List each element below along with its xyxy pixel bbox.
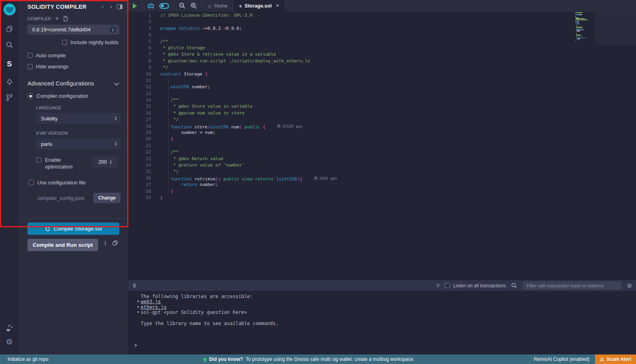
code-line[interactable]: 12 uint256 number;	[128, 84, 636, 90]
copilot-toggle[interactable]	[159, 3, 169, 9]
code-line[interactable]: 20 }	[128, 136, 636, 142]
select-arrows-icon: ▴▾	[115, 141, 116, 146]
code-line[interactable]: 23 * @dev Return value	[128, 156, 636, 162]
open-file-icon[interactable]	[63, 16, 68, 21]
close-tab-icon[interactable]: ✕	[275, 3, 279, 8]
code-line[interactable]: 10contract Storage {	[128, 71, 636, 77]
code-line[interactable]: 28 }	[128, 188, 636, 195]
copilot-robot-icon[interactable]	[147, 2, 155, 9]
add-compiler-icon[interactable]: +	[55, 17, 59, 21]
line-number: 11	[128, 77, 151, 84]
filter-transactions-input[interactable]	[523, 281, 621, 290]
stepper-arrows-icon[interactable]: ▴▾	[110, 160, 112, 165]
terminal-hint: Type the library name to see available c…	[134, 321, 636, 326]
settings-gear-icon[interactable]: ⚙	[0, 334, 19, 350]
did-you-know-tip: Did you know? To prototype using the Gno…	[204, 356, 415, 362]
run-script-button[interactable]	[128, 0, 142, 12]
line-number: 13	[128, 91, 151, 97]
tab-storage-sol[interactable]: ◆ Storage.sol ✕	[233, 0, 285, 12]
optimization-runs-input[interactable]: 200 ▴▾	[93, 157, 117, 167]
warning-icon: ⚠	[600, 356, 604, 362]
code-line[interactable]: 5/**	[128, 39, 636, 45]
enable-optimization-checkbox[interactable]	[36, 157, 41, 163]
file-explorer-icon[interactable]	[0, 21, 19, 37]
tip-text: To prototype using the Gnosis safe multi…	[246, 356, 414, 362]
search-icon[interactable]	[0, 37, 19, 53]
code-line[interactable]: 1// SPDX-License-Identifier: GPL-3.0	[128, 12, 636, 19]
pin-panel-icon[interactable]	[117, 4, 122, 9]
code-line[interactable]: 17 */	[128, 116, 636, 123]
evm-version-value: paris	[41, 141, 115, 147]
language-select[interactable]: Solidity ▴▾	[36, 113, 120, 124]
minimap-slider[interactable]	[595, 12, 636, 45]
compiler-config-radio[interactable]	[27, 93, 33, 99]
info-icon[interactable]: i	[104, 240, 107, 246]
line-number: 28	[128, 188, 151, 195]
code-line[interactable]: 24 * @return value of 'number'	[128, 162, 636, 168]
block-icon[interactable]: ⊘	[627, 282, 632, 289]
code-line[interactable]: 25 */	[128, 168, 636, 175]
expand-terminal-icon[interactable]: ≫	[132, 283, 138, 288]
select-arrows-icon: ▴▾	[115, 116, 116, 121]
code-line[interactable]: 13	[128, 91, 636, 97]
code-line[interactable]: 27 return number;	[128, 182, 636, 188]
tab-home[interactable]: ⌂ Home	[202, 0, 233, 12]
compile-button[interactable]: Compile Storage.sol	[27, 223, 119, 235]
change-config-button[interactable]: Change	[93, 193, 120, 203]
scam-alert-button[interactable]: ⚠ Scam Alert	[595, 354, 636, 364]
code-line[interactable]: 26 function retrieve() public view retur…	[128, 175, 636, 182]
solidity-compiler-icon[interactable]: S	[0, 56, 19, 72]
code-line[interactable]: 19 number = num;	[128, 130, 636, 136]
code-line[interactable]: 11	[128, 77, 636, 84]
zoom-in-icon[interactable]	[190, 2, 197, 9]
code-editor[interactable]: 1// SPDX-License-Identifier: GPL-3.023pr…	[128, 12, 636, 279]
line-number: 3	[128, 25, 151, 32]
code-line[interactable]: 2	[128, 19, 636, 25]
terminal-prompt[interactable]: >	[134, 343, 137, 348]
code-line[interactable]: 29}	[128, 195, 636, 201]
remix-logo-icon[interactable]	[4, 4, 16, 15]
copilot-status[interactable]: RemixAI Copilot (enabled)	[534, 356, 589, 362]
icon-sidebar: S ⚙	[0, 0, 19, 354]
nightly-builds-checkbox[interactable]	[62, 40, 67, 45]
search-transactions-icon[interactable]	[511, 283, 517, 288]
line-number: 5	[128, 39, 151, 45]
terminal-library-item[interactable]: web3.js	[134, 299, 636, 304]
copy-icon[interactable]	[112, 240, 118, 246]
code-line[interactable]: 3pragma solidity >=0.8.2 <0.9.0;	[128, 25, 636, 32]
config-file-name[interactable]: compiler_config.json	[37, 195, 93, 201]
chevron-right-icon[interactable]: ›	[110, 3, 112, 10]
hide-warnings-label: Hide warnings	[36, 64, 68, 70]
code-line[interactable]: 9 */	[128, 64, 636, 71]
code-line[interactable]: 22 /**	[128, 149, 636, 155]
code-line[interactable]: 4	[128, 32, 636, 38]
advanced-config-title[interactable]: Advanced Configurations	[27, 80, 115, 87]
compiler-version-select[interactable]: 0.8.19+commit.7dd6d404 ▴▾	[27, 25, 119, 35]
gas-estimate: 2415 gas	[314, 175, 337, 182]
code-line[interactable]: 16 * @param num value to store	[128, 110, 636, 116]
chevron-down-icon[interactable]	[114, 81, 119, 86]
git-icon[interactable]	[0, 89, 19, 105]
plugin-manager-icon[interactable]	[0, 320, 19, 336]
compile-and-run-button[interactable]: Compile and Run script	[27, 239, 98, 251]
deploy-run-icon[interactable]	[0, 74, 19, 90]
code-line[interactable]: 18 function store(uint256 num) public {2…	[128, 123, 636, 130]
code-line[interactable]: 14 /**	[128, 97, 636, 103]
code-line[interactable]: 7 * @dev Store & retrieve value in a var…	[128, 51, 636, 58]
code-line[interactable]: 8 * @custom:dev-run-script ./scripts/dep…	[128, 58, 636, 64]
auto-compile-checkbox[interactable]	[27, 53, 33, 58]
zoom-out-icon[interactable]	[179, 2, 186, 9]
listen-transactions-checkbox[interactable]	[445, 283, 450, 288]
use-config-file-radio[interactable]	[28, 180, 34, 186]
code-line[interactable]: 21	[128, 143, 636, 149]
code-line[interactable]: 6 * @title Storage	[128, 45, 636, 51]
listen-transactions-label: Listen on all transactions	[453, 283, 506, 288]
solidity-compiler-panel: SOLIDITY COMPILER ✓ › COMPILER + 0.8.19+…	[19, 0, 128, 354]
hide-warnings-checkbox[interactable]	[27, 64, 33, 69]
evm-version-select[interactable]: paris ▴▾	[36, 138, 120, 149]
terminal-library-item[interactable]: ethers.js	[134, 305, 636, 310]
init-git-repo-button[interactable]: Initialize as git repo	[0, 356, 48, 362]
line-number: 25	[128, 168, 151, 175]
code-line[interactable]: 15 * @dev Store value in variable	[128, 103, 636, 110]
terminal-output[interactable]: The following libraries are accessible: …	[128, 291, 636, 354]
